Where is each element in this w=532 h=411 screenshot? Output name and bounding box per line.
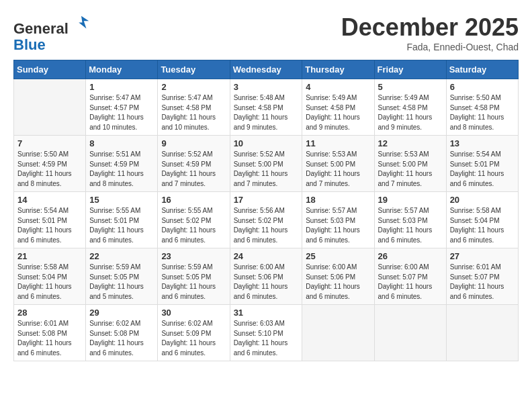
day-number: 18 <box>306 195 370 205</box>
day-info: Sunrise: 5:55 AMSunset: 5:02 PMDaylight:… <box>161 206 226 245</box>
day-info: Sunrise: 6:00 AMSunset: 5:07 PMDaylight:… <box>378 263 443 302</box>
day-number: 27 <box>450 251 515 261</box>
calendar-week-row: 14Sunrise: 5:54 AMSunset: 5:01 PMDayligh… <box>14 192 519 248</box>
day-info: Sunrise: 5:50 AMSunset: 4:58 PMDaylight:… <box>450 93 515 132</box>
day-info: Sunrise: 6:02 AMSunset: 5:08 PMDaylight:… <box>89 319 154 358</box>
day-number: 16 <box>161 195 226 205</box>
calendar-cell: 3Sunrise: 5:48 AMSunset: 4:58 PMDaylight… <box>230 79 302 136</box>
calendar-cell: 12Sunrise: 5:53 AMSunset: 5:00 PMDayligh… <box>374 136 446 192</box>
svg-marker-0 <box>79 16 89 29</box>
day-number: 5 <box>378 82 443 92</box>
day-number: 26 <box>378 251 443 261</box>
day-number: 29 <box>89 308 154 318</box>
day-info: Sunrise: 5:49 AMSunset: 4:58 PMDaylight:… <box>378 93 443 132</box>
day-info: Sunrise: 5:53 AMSunset: 5:00 PMDaylight:… <box>378 150 443 189</box>
calendar-cell: 2Sunrise: 5:47 AMSunset: 4:58 PMDaylight… <box>158 79 230 136</box>
calendar-cell: 14Sunrise: 5:54 AMSunset: 5:01 PMDayligh… <box>14 192 86 248</box>
calendar-cell: 13Sunrise: 5:54 AMSunset: 5:01 PMDayligh… <box>446 136 518 192</box>
calendar-cell: 1Sunrise: 5:47 AMSunset: 4:57 PMDaylight… <box>86 79 158 136</box>
day-number: 17 <box>234 195 299 205</box>
day-of-week-header: Saturday <box>446 60 518 79</box>
day-of-week-header: Wednesday <box>230 60 302 79</box>
calendar-cell: 23Sunrise: 5:59 AMSunset: 5:05 PMDayligh… <box>158 248 230 305</box>
calendar-week-row: 21Sunrise: 5:58 AMSunset: 5:04 PMDayligh… <box>14 248 519 305</box>
calendar-cell: 25Sunrise: 6:00 AMSunset: 5:06 PMDayligh… <box>302 248 374 305</box>
logo-general: General <box>13 20 69 37</box>
day-number: 2 <box>161 82 226 92</box>
day-number: 1 <box>89 82 154 92</box>
calendar-cell: 18Sunrise: 5:57 AMSunset: 5:03 PMDayligh… <box>302 192 374 248</box>
day-number: 19 <box>378 195 443 205</box>
day-info: Sunrise: 5:57 AMSunset: 5:03 PMDaylight:… <box>378 206 443 245</box>
page-header: General Blue December 2025 Fada, Ennedi-… <box>13 13 519 53</box>
day-info: Sunrise: 5:50 AMSunset: 4:59 PMDaylight:… <box>17 150 82 189</box>
day-info: Sunrise: 5:48 AMSunset: 4:58 PMDaylight:… <box>234 93 299 132</box>
day-info: Sunrise: 5:58 AMSunset: 5:04 PMDaylight:… <box>450 206 515 245</box>
calendar-cell: 15Sunrise: 5:55 AMSunset: 5:01 PMDayligh… <box>86 192 158 248</box>
day-info: Sunrise: 6:02 AMSunset: 5:09 PMDaylight:… <box>161 319 226 358</box>
calendar-cell: 19Sunrise: 5:57 AMSunset: 5:03 PMDayligh… <box>374 192 446 248</box>
day-info: Sunrise: 6:03 AMSunset: 5:10 PMDaylight:… <box>234 319 299 358</box>
calendar-cell: 20Sunrise: 5:58 AMSunset: 5:04 PMDayligh… <box>446 192 518 248</box>
calendar-cell: 22Sunrise: 5:59 AMSunset: 5:05 PMDayligh… <box>86 248 158 305</box>
calendar-table: SundayMondayTuesdayWednesdayThursdayFrid… <box>13 60 519 361</box>
calendar-cell: 16Sunrise: 5:55 AMSunset: 5:02 PMDayligh… <box>158 192 230 248</box>
calendar-cell: 17Sunrise: 5:56 AMSunset: 5:02 PMDayligh… <box>230 192 302 248</box>
day-info: Sunrise: 5:54 AMSunset: 5:01 PMDaylight:… <box>17 206 82 245</box>
calendar-cell: 26Sunrise: 6:00 AMSunset: 5:07 PMDayligh… <box>374 248 446 305</box>
day-info: Sunrise: 5:51 AMSunset: 4:59 PMDaylight:… <box>89 150 154 189</box>
day-info: Sunrise: 5:47 AMSunset: 4:58 PMDaylight:… <box>161 93 226 132</box>
calendar-cell: 8Sunrise: 5:51 AMSunset: 4:59 PMDaylight… <box>86 136 158 192</box>
calendar-cell: 24Sunrise: 6:00 AMSunset: 5:06 PMDayligh… <box>230 248 302 305</box>
calendar-cell: 5Sunrise: 5:49 AMSunset: 4:58 PMDaylight… <box>374 79 446 136</box>
day-of-week-header: Friday <box>374 60 446 79</box>
day-info: Sunrise: 5:52 AMSunset: 4:59 PMDaylight:… <box>161 150 226 189</box>
day-number: 25 <box>306 251 370 261</box>
day-number: 8 <box>89 138 154 148</box>
day-info: Sunrise: 5:47 AMSunset: 4:57 PMDaylight:… <box>89 93 154 132</box>
day-number: 9 <box>161 138 226 148</box>
day-info: Sunrise: 5:59 AMSunset: 5:05 PMDaylight:… <box>161 263 226 302</box>
calendar-cell: 29Sunrise: 6:02 AMSunset: 5:08 PMDayligh… <box>86 305 158 361</box>
calendar-week-row: 28Sunrise: 6:01 AMSunset: 5:08 PMDayligh… <box>14 305 519 361</box>
calendar-cell <box>374 305 446 361</box>
day-number: 13 <box>450 138 515 148</box>
day-info: Sunrise: 6:00 AMSunset: 5:06 PMDaylight:… <box>234 263 299 302</box>
calendar-header-row: SundayMondayTuesdayWednesdayThursdayFrid… <box>14 60 519 79</box>
calendar-cell: 9Sunrise: 5:52 AMSunset: 4:59 PMDaylight… <box>158 136 230 192</box>
day-info: Sunrise: 5:52 AMSunset: 5:00 PMDaylight:… <box>234 150 299 189</box>
day-info: Sunrise: 5:49 AMSunset: 4:58 PMDaylight:… <box>306 93 370 132</box>
calendar-cell: 28Sunrise: 6:01 AMSunset: 5:08 PMDayligh… <box>14 305 86 361</box>
day-number: 7 <box>17 138 82 148</box>
day-of-week-header: Thursday <box>302 60 374 79</box>
day-of-week-header: Sunday <box>14 60 86 79</box>
calendar-week-row: 1Sunrise: 5:47 AMSunset: 4:57 PMDaylight… <box>14 79 519 136</box>
day-info: Sunrise: 6:00 AMSunset: 5:06 PMDaylight:… <box>306 263 370 302</box>
day-number: 31 <box>234 308 299 318</box>
day-number: 10 <box>234 138 299 148</box>
calendar-cell: 31Sunrise: 6:03 AMSunset: 5:10 PMDayligh… <box>230 305 302 361</box>
day-number: 11 <box>306 138 370 148</box>
logo-blue: Blue <box>13 36 46 53</box>
calendar-cell: 21Sunrise: 5:58 AMSunset: 5:04 PMDayligh… <box>14 248 86 305</box>
logo: General Blue <box>13 13 91 53</box>
day-info: Sunrise: 5:55 AMSunset: 5:01 PMDaylight:… <box>89 206 154 245</box>
calendar-cell <box>446 305 518 361</box>
calendar-week-row: 7Sunrise: 5:50 AMSunset: 4:59 PMDaylight… <box>14 136 519 192</box>
calendar-cell <box>302 305 374 361</box>
day-info: Sunrise: 6:01 AMSunset: 5:07 PMDaylight:… <box>450 263 515 302</box>
day-info: Sunrise: 5:53 AMSunset: 5:00 PMDaylight:… <box>306 150 370 189</box>
day-info: Sunrise: 6:01 AMSunset: 5:08 PMDaylight:… <box>17 319 82 358</box>
day-number: 4 <box>306 82 370 92</box>
day-number: 12 <box>378 138 443 148</box>
day-info: Sunrise: 5:56 AMSunset: 5:02 PMDaylight:… <box>234 206 299 245</box>
day-number: 23 <box>161 251 226 261</box>
day-info: Sunrise: 5:59 AMSunset: 5:05 PMDaylight:… <box>89 263 154 302</box>
calendar-cell: 10Sunrise: 5:52 AMSunset: 5:00 PMDayligh… <box>230 136 302 192</box>
day-number: 22 <box>89 251 154 261</box>
day-number: 24 <box>234 251 299 261</box>
month-title: December 2025 <box>341 13 519 42</box>
day-number: 14 <box>17 195 82 205</box>
day-number: 6 <box>450 82 515 92</box>
day-info: Sunrise: 5:58 AMSunset: 5:04 PMDaylight:… <box>17 263 82 302</box>
